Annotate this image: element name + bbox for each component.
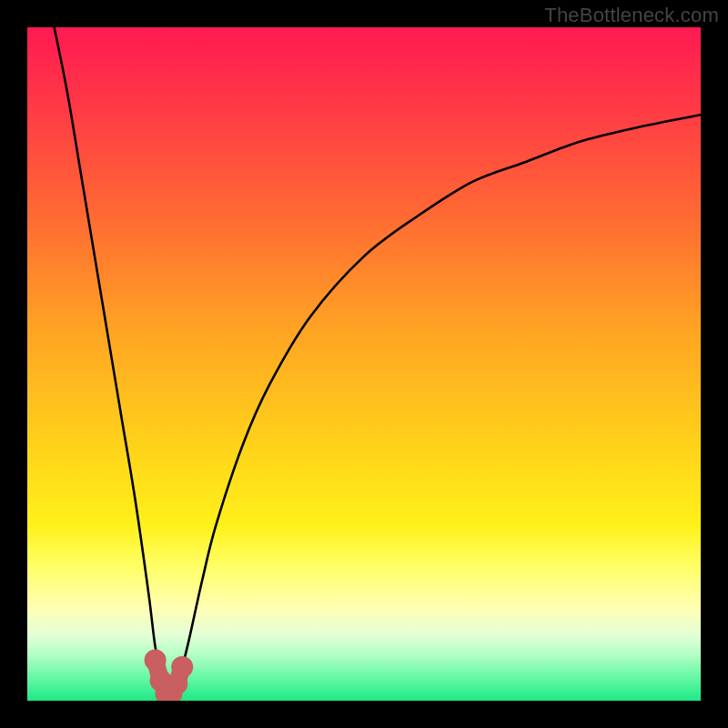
minimum-marker: [145, 650, 167, 672]
minimum-markers: [145, 650, 194, 701]
chart-frame: TheBottleneck.com: [0, 0, 728, 728]
minimum-marker: [171, 656, 193, 678]
curve-layer: [27, 27, 701, 701]
watermark-text: TheBottleneck.com: [544, 4, 719, 27]
plot-area: [27, 27, 701, 701]
bottleneck-curve: [55, 27, 701, 701]
